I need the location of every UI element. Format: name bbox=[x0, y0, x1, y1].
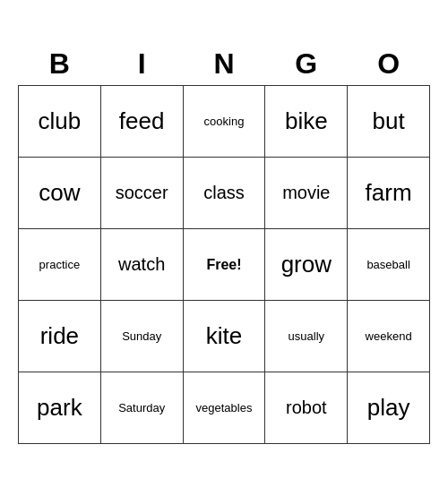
bingo-cell: weekend bbox=[348, 301, 430, 372]
table-row: parkSaturdayvegetablesrobotplay bbox=[19, 372, 430, 444]
table-row: rideSundaykiteusuallyweekend bbox=[19, 301, 430, 372]
header-g: G bbox=[265, 43, 348, 86]
table-row: clubfeedcookingbikebut bbox=[19, 86, 430, 158]
header-i: I bbox=[100, 43, 183, 86]
table-row: practicewatchFree!growbaseball bbox=[19, 229, 430, 301]
bingo-cell: park bbox=[19, 372, 101, 444]
bingo-cell: vegetables bbox=[183, 372, 265, 444]
bingo-body: clubfeedcookingbikebutcowsoccerclassmovi… bbox=[19, 86, 430, 444]
bingo-cell: play bbox=[348, 372, 430, 444]
bingo-cell: cooking bbox=[183, 86, 265, 158]
bingo-cell: practice bbox=[19, 229, 101, 301]
bingo-cell: usually bbox=[265, 301, 348, 372]
header-b: B bbox=[19, 43, 101, 86]
header-n: N bbox=[183, 43, 265, 86]
bingo-cell: kite bbox=[183, 301, 265, 372]
bingo-cell: soccer bbox=[100, 158, 183, 229]
bingo-cell: grow bbox=[265, 229, 348, 301]
bingo-card: B I N G O clubfeedcookingbikebutcowsocce… bbox=[18, 43, 430, 445]
table-row: cowsoccerclassmoviefarm bbox=[19, 158, 430, 229]
bingo-cell: robot bbox=[265, 372, 348, 444]
bingo-cell: movie bbox=[265, 158, 348, 229]
bingo-cell: class bbox=[183, 158, 265, 229]
bingo-cell: farm bbox=[348, 158, 430, 229]
bingo-cell: club bbox=[19, 86, 101, 158]
bingo-cell: ride bbox=[19, 301, 101, 372]
bingo-cell: baseball bbox=[348, 229, 430, 301]
bingo-cell: Sunday bbox=[100, 301, 183, 372]
bingo-cell: watch bbox=[100, 229, 183, 301]
header-o: O bbox=[348, 43, 430, 86]
bingo-cell: Saturday bbox=[100, 372, 183, 444]
bingo-cell: cow bbox=[19, 158, 101, 229]
bingo-header-row: B I N G O bbox=[19, 43, 430, 86]
bingo-cell: Free! bbox=[183, 229, 265, 301]
bingo-cell: but bbox=[348, 86, 430, 158]
bingo-cell: feed bbox=[100, 86, 183, 158]
bingo-cell: bike bbox=[265, 86, 348, 158]
